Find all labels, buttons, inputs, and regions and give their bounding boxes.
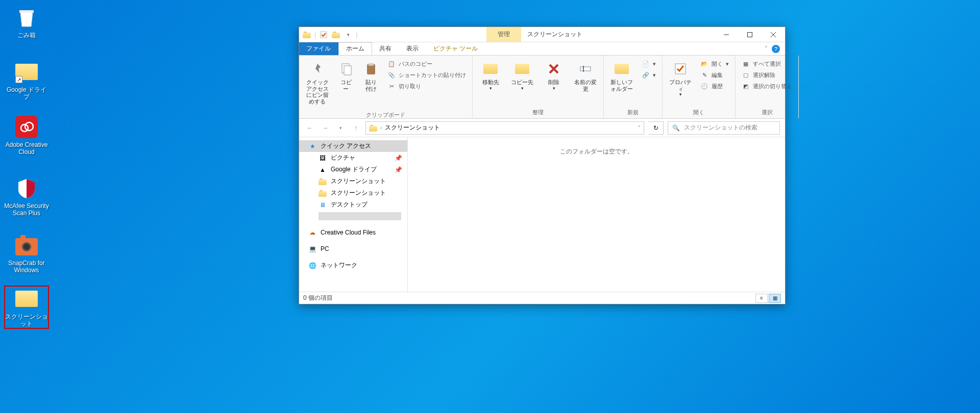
content-area: ★ クイック アクセス 🖼 ピクチャ 📌 ▲ Google ドライブ 📌 スクリ… [299,137,785,292]
properties-button[interactable]: プロパティ▾ [666,59,695,99]
svg-rect-14 [580,67,591,71]
nav-google-drive[interactable]: ▲ Google ドライブ 📌 [299,164,407,175]
folder-icon[interactable] [331,30,340,39]
pictures-icon: 🖼 [318,154,327,162]
maximize-button[interactable] [738,27,762,42]
tab-home[interactable]: ホーム [338,42,372,55]
details-view-button[interactable]: ≡ [755,294,768,303]
paste-icon [363,61,379,77]
copy-path-button[interactable]: 📋パスのコピー [384,59,469,69]
cut-button[interactable]: ✂切り取り [384,81,469,91]
rename-button[interactable]: 名前の変更 [571,59,600,94]
address-bar-row: ← → ▾ ↑ › スクリーンショット ˅ ↻ 🔍 スクリーンショットの検索 [299,119,785,137]
invert-selection-icon: ◩ [742,82,750,90]
history-button[interactable]: 🕘履歴 [697,81,732,91]
folder-icon [14,287,39,311]
mcafee-icon [14,176,39,200]
select-all-button[interactable]: ▦すべて選択 [739,59,795,69]
move-to-button[interactable]: 移動先▾ [476,59,505,93]
tab-file[interactable]: ファイル [299,42,338,55]
desktop-icon-folder[interactable]: スクリーンショット [4,286,49,329]
invert-selection-button[interactable]: ◩選択の切り替え [739,81,795,91]
nav-screenshots[interactable]: スクリーンショット [299,187,407,199]
tab-picture-tools[interactable]: ピクチャ ツール [426,42,485,55]
gdrive-icon: ▲ [318,166,327,174]
close-button[interactable] [762,27,785,42]
file-list-view[interactable]: このフォルダーは空です。 [408,137,785,292]
nav-quick-access[interactable]: ★ クイック アクセス [299,140,407,152]
status-bar: 0 個の項目 ≡ ▦ [299,292,785,304]
recycle-icon [14,5,39,30]
empty-folder-text: このフォルダーは空です。 [560,147,633,156]
nav-creative-cloud[interactable]: ☁ Creative Cloud Files [299,227,407,238]
help-icon[interactable]: ? [772,45,780,53]
copy-to-icon [514,61,530,77]
folder-shortcut-icon: ↗ [14,60,39,84]
icons-view-button[interactable]: ▦ [769,294,781,303]
pin-icon [309,61,326,77]
nav-pc[interactable]: 💻 PC [299,243,407,254]
search-input[interactable]: 🔍 スクリーンショットの検索 [668,121,780,135]
nav-desktop[interactable]: 🖥 デスクトップ [299,199,407,211]
paste-shortcut-button[interactable]: 📎ショートカットの貼り付け [384,70,469,80]
easy-access-button[interactable]: 🔗▾ [639,70,659,80]
ribbon-group-organize: 整理 [473,108,603,118]
address-bar[interactable]: › スクリーンショット ˅ [365,121,644,135]
select-none-icon: ▢ [742,71,750,79]
desktop-icon-folder-shortcut[interactable]: ↗Google ドライブ [4,60,49,101]
new-item-button[interactable]: 📄▾ [639,59,659,69]
nav-network[interactable]: 🌐 ネットワーク [299,260,407,271]
explorer-window: | ▾ | 管理 スクリーンショット ファイル ホーム 共有 表示 ピクチャ ツ… [299,27,786,304]
copy-button[interactable]: コピー [334,59,357,94]
nav-screenshots[interactable]: スクリーンショット [299,175,407,187]
tab-view[interactable]: 表示 [399,42,426,55]
up-button[interactable]: ↑ [350,122,361,134]
dropdown-icon[interactable]: ▾ [344,30,353,39]
tab-share[interactable]: 共有 [372,42,399,55]
refresh-button[interactable]: ↻ [648,121,664,135]
folder-icon[interactable] [302,30,311,39]
pin-to-quick-access-button[interactable]: クイック アクセスにピン留めする [302,59,332,107]
cc-icon: ☁ [308,228,316,237]
checkbox-icon[interactable] [319,30,328,39]
desktop-icon-label: SnapCrab for Windows [4,260,49,274]
desktop-icon-label: Google ドライブ [4,86,49,101]
open-icon: 📂 [700,60,708,68]
delete-button[interactable]: 削除▾ [539,59,569,93]
desktop-icon-adobe[interactable]: Adobe Creative Cloud [4,115,49,156]
svg-point-2 [25,122,33,131]
navigation-pane: ★ クイック アクセス 🖼 ピクチャ 📌 ▲ Google ドライブ 📌 スクリ… [299,137,408,292]
paste-button[interactable]: 貼り付け [359,59,382,94]
minimize-button[interactable] [715,27,738,42]
contextual-tab-header[interactable]: 管理 [486,27,521,42]
desktop-icon-recycle[interactable]: ごみ箱 [4,5,49,39]
desktop-icon-snapcrab[interactable]: SnapCrab for Windows [4,233,49,274]
desktop-icon-label: ごみ箱 [17,32,36,39]
select-none-button[interactable]: ▢選択解除 [739,70,795,80]
chevron-down-icon[interactable]: ˅ [638,125,641,131]
adobe-icon [14,115,39,139]
collapse-ribbon-icon[interactable]: ˄ [765,45,768,53]
title-bar: | ▾ | 管理 スクリーンショット [299,27,785,42]
ribbon-group-open: 開く [663,108,735,118]
edit-button[interactable]: ✎編集 [697,70,732,80]
breadcrumb[interactable]: スクリーンショット [385,123,440,132]
new-folder-button[interactable]: 新しいフォルダー [607,59,636,94]
nav-pictures[interactable]: 🖼 ピクチャ 📌 [299,152,407,164]
search-placeholder: スクリーンショットの検索 [684,123,757,132]
history-icon: 🕘 [700,82,708,90]
back-button[interactable]: ← [304,122,315,134]
forward-button[interactable]: → [320,122,331,134]
desktop-icon-mcafee[interactable]: McAfee Security Scan Plus [4,176,49,217]
edit-icon: ✎ [700,71,708,79]
folder-icon [318,189,327,197]
new-folder-icon [614,61,630,77]
svg-rect-9 [344,66,351,75]
properties-icon [672,61,689,77]
svg-rect-5 [748,32,752,37]
copy-to-button[interactable]: コピー先▾ [507,59,537,93]
ribbon: クイック アクセスにピン留めする コピー 貼り付け 📋パスのコピー 📎ショートカ… [299,56,785,119]
desktop-icon-label: McAfee Security Scan Plus [4,202,49,217]
recent-locations-button[interactable]: ▾ [335,122,346,134]
open-button[interactable]: 📂開く▾ [697,59,732,69]
